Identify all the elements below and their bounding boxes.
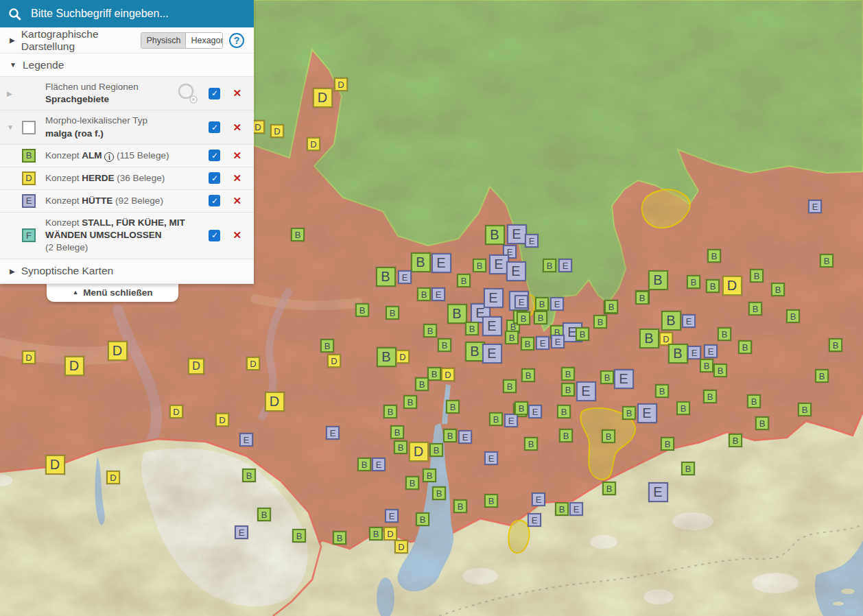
map-marker-d[interactable]: D xyxy=(108,341,128,361)
map-marker-d[interactable]: D xyxy=(246,357,260,370)
map-marker-b[interactable]: B xyxy=(411,252,431,272)
map-marker-e[interactable]: E xyxy=(385,509,399,523)
map-marker-b[interactable]: B xyxy=(661,311,681,331)
map-marker-b[interactable]: B xyxy=(377,347,397,367)
map-marker-e[interactable]: E xyxy=(504,414,518,427)
map-marker-b[interactable]: B xyxy=(484,494,498,508)
map-marker-d[interactable]: D xyxy=(383,527,397,541)
map-marker-d[interactable]: D xyxy=(22,351,36,364)
map-marker-e[interactable]: E xyxy=(682,314,696,328)
map-marker-b[interactable]: B xyxy=(543,259,556,272)
map-marker-b[interactable]: B xyxy=(432,486,446,500)
map-marker-b[interactable]: B xyxy=(535,297,549,311)
map-marker-b[interactable]: B xyxy=(443,429,457,442)
map-marker-b[interactable]: B xyxy=(639,329,659,348)
map-marker-b[interactable]: B xyxy=(383,405,397,418)
map-marker-b[interactable]: B xyxy=(405,476,419,490)
map-marker-d[interactable]: D xyxy=(265,392,285,412)
map-marker-b[interactable]: B xyxy=(376,267,396,287)
map-marker-b[interactable]: B xyxy=(561,383,575,396)
map-marker-d[interactable]: D xyxy=(409,442,429,462)
remove-layer-button[interactable]: ✕ xyxy=(233,172,241,185)
map-marker-e[interactable]: E xyxy=(372,458,386,471)
map-marker-b[interactable]: B xyxy=(655,384,669,398)
map-marker-e[interactable]: E xyxy=(326,426,340,440)
map-marker-e[interactable]: E xyxy=(239,433,253,447)
map-marker-d[interactable]: D xyxy=(396,350,410,364)
layer-checkbox[interactable]: ✓ xyxy=(209,88,220,99)
map-marker-d[interactable]: D xyxy=(106,471,120,484)
map-marker-e[interactable]: E xyxy=(482,344,502,364)
remove-layer-button[interactable]: ✕ xyxy=(233,195,241,207)
map-marker-d[interactable]: D xyxy=(169,405,183,418)
map-marker-b[interactable]: B xyxy=(700,359,713,372)
chevron-down-icon[interactable]: ▼ xyxy=(7,123,22,131)
map-marker-b[interactable]: B xyxy=(292,529,306,543)
search-input[interactable] xyxy=(29,7,246,21)
map-marker-b[interactable]: B xyxy=(559,429,573,442)
map-marker-b[interactable]: B xyxy=(517,311,530,325)
map-marker-b[interactable]: B xyxy=(473,259,486,272)
info-icon[interactable]: i xyxy=(104,152,114,162)
map-marker-d[interactable]: D xyxy=(327,354,341,368)
legend-concept-stall[interactable]: F Konzept STALL, FÜR KÜHE, MIT WÄNDEN UM… xyxy=(0,213,254,259)
map-marker-d[interactable]: D xyxy=(307,137,320,151)
zoom-disabled-icon[interactable] xyxy=(176,82,199,105)
map-marker-b[interactable]: B xyxy=(453,499,467,513)
map-marker-e[interactable]: E xyxy=(525,234,539,248)
map-marker-e[interactable]: E xyxy=(808,200,822,213)
map-marker-e[interactable]: E xyxy=(558,259,572,272)
map-marker-d[interactable]: D xyxy=(188,358,204,375)
map-marker-b[interactable]: B xyxy=(707,249,721,263)
map-marker-b[interactable]: B xyxy=(521,368,535,382)
map-marker-b[interactable]: B xyxy=(681,462,695,475)
map-marker-e[interactable]: E xyxy=(536,336,549,350)
section-cartographic-display[interactable]: ▶ Kartographische Darstellung Physisch H… xyxy=(0,27,254,54)
remove-layer-button[interactable]: ✕ xyxy=(233,121,241,134)
map-marker-b[interactable]: B xyxy=(333,531,346,545)
map-marker-e[interactable]: E xyxy=(551,335,565,348)
hexagonal-toggle-button[interactable]: Hexagonal xyxy=(185,33,223,48)
map-marker-b[interactable]: B xyxy=(676,401,690,415)
map-marker-b[interactable]: B xyxy=(820,254,834,268)
map-marker-d[interactable]: D xyxy=(64,356,84,376)
map-marker-b[interactable]: B xyxy=(415,377,429,391)
remove-layer-button[interactable]: ✕ xyxy=(233,229,241,241)
map-marker-b[interactable]: B xyxy=(505,331,519,344)
map-marker-b[interactable]: B xyxy=(429,443,443,457)
legend-concept-alm[interactable]: B Konzept ALM i (115 Belege) ✓ ✕ xyxy=(0,145,254,167)
map-marker-b[interactable]: B xyxy=(257,508,271,521)
map-marker-b[interactable]: B xyxy=(291,228,305,241)
map-marker-b[interactable]: B xyxy=(423,469,436,482)
map-marker-d[interactable]: D xyxy=(45,455,65,475)
map-marker-e[interactable]: E xyxy=(431,287,445,301)
map-marker-b[interactable]: B xyxy=(668,344,688,364)
map-marker-e[interactable]: E xyxy=(569,502,583,516)
map-marker-b[interactable]: B xyxy=(748,302,762,316)
physical-toggle-button[interactable]: Physisch xyxy=(141,33,186,48)
map-marker-b[interactable]: B xyxy=(355,303,369,317)
legend-concept-herde[interactable]: D Konzept HERDE (36 Belege) ✓ ✕ xyxy=(0,167,254,190)
map-marker-d[interactable]: D xyxy=(441,368,455,381)
map-marker-b[interactable]: B xyxy=(403,395,417,409)
map-marker-e[interactable]: E xyxy=(482,316,502,336)
map-marker-b[interactable]: B xyxy=(604,300,618,313)
legend-group-sprachgebiete[interactable]: ▶ Flächen und Regionen Sprachgebiete ✓ ✕ xyxy=(0,77,254,110)
map-marker-b[interactable]: B xyxy=(815,369,829,383)
map-marker-b[interactable]: B xyxy=(747,394,761,408)
map-marker-b[interactable]: B xyxy=(706,279,720,293)
map-marker-b[interactable]: B xyxy=(417,287,431,301)
map-marker-e[interactable]: E xyxy=(528,513,541,527)
map-marker-b[interactable]: B xyxy=(622,406,636,420)
map-marker-b[interactable]: B xyxy=(687,275,700,289)
map-marker-b[interactable]: B xyxy=(423,324,437,337)
map-marker-e[interactable]: E xyxy=(550,297,564,311)
map-marker-e[interactable]: E xyxy=(637,403,657,423)
map-marker-d[interactable]: D xyxy=(722,276,742,296)
map-marker-d[interactable]: D xyxy=(334,78,348,91)
map-marker-b[interactable]: B xyxy=(503,379,517,393)
legend-concept-huette[interactable]: E Konzept HÜTTE (92 Belege) ✓ ✕ xyxy=(0,190,254,213)
map-marker-b[interactable]: B xyxy=(771,283,785,296)
map-marker-d[interactable]: D xyxy=(394,540,408,554)
map-marker-b[interactable]: B xyxy=(438,338,451,352)
